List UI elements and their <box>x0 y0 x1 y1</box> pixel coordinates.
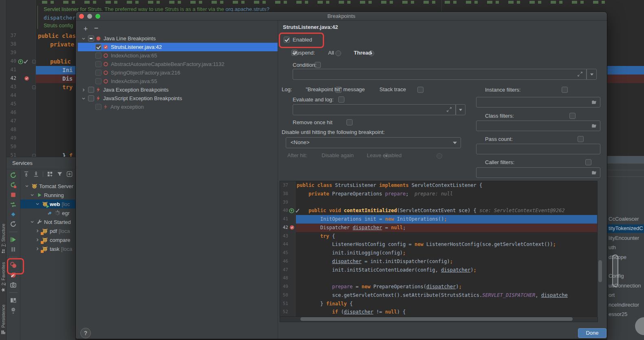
remove-once-checkbox[interactable] <box>346 119 353 125</box>
preview-gutter-line[interactable]: 50 <box>280 291 296 300</box>
right-panel-scrollbar[interactable] <box>612 254 618 287</box>
preview-horizontal-scrollbar[interactable] <box>280 317 598 322</box>
background-list-item[interactable]: ort <box>607 291 644 300</box>
rerun-debug-button[interactable] <box>10 182 17 189</box>
chevron-right-icon[interactable] <box>35 228 40 233</box>
leave-enabled-radio[interactable] <box>437 153 442 159</box>
fold-marker-icon[interactable]: - <box>32 60 36 64</box>
background-list-item[interactable]: CcCoalescer <box>607 215 644 224</box>
services-tree-item[interactable]: Tomcat Server <box>20 182 75 191</box>
chevron-right-icon[interactable] <box>35 237 40 242</box>
group-tabs-button[interactable] <box>47 171 53 177</box>
chevron-down-icon[interactable] <box>30 193 35 197</box>
breakpoint-checkbox[interactable] <box>95 70 101 76</box>
preview-gutter-line[interactable]: 44 <box>280 240 296 249</box>
preview-code-line[interactable]: public void contextInitialized(ServletCo… <box>296 206 597 215</box>
preview-gutter-line[interactable]: 38 <box>280 190 296 198</box>
pass-count-input[interactable] <box>476 144 600 154</box>
editor-comment-line2[interactable]: dispatcher <box>44 15 75 21</box>
breakpoint-checkbox[interactable] <box>95 61 101 67</box>
remove-breakpoint-button[interactable]: − <box>92 24 100 32</box>
pause-button[interactable] <box>10 246 17 253</box>
breakpoint-tree-item[interactable]: AbstractAutowireCapableBeanFactory.java:… <box>78 60 278 68</box>
preview-gutter-line[interactable]: 51 <box>280 300 296 308</box>
folder-icon[interactable] <box>591 123 597 130</box>
evaluate-log-input[interactable] <box>293 104 456 115</box>
breakpoint-tree-item[interactable]: IndexAction.java:55 <box>78 77 278 86</box>
preview-code-line[interactable]: ListenerHostConfig config = new Listener… <box>296 240 597 249</box>
disable-until-combobox[interactable]: <None> <box>286 137 461 148</box>
preview-gutter-line[interactable]: 41 <box>280 215 296 224</box>
filter-button[interactable] <box>57 171 63 177</box>
chevron-down-icon[interactable] <box>81 36 86 41</box>
breakpoint-checkbox[interactable] <box>95 104 101 110</box>
breakpoint-tree-item[interactable]: IndexAction.java:65 <box>78 51 278 60</box>
chevron-down-icon[interactable] <box>24 184 30 189</box>
editor-code-line[interactable]: public <box>50 57 71 66</box>
editor-code-line[interactable]: Dis <box>62 75 73 83</box>
expand-editor-icon[interactable] <box>446 107 452 114</box>
tool-window-button----favorites[interactable]: 2: Favorites <box>1 262 6 292</box>
suspend-all-radio[interactable] <box>335 50 341 56</box>
rerun-button[interactable] <box>10 172 17 179</box>
preview-code-line[interactable]: if (dispatcher != null) { <box>296 308 597 316</box>
pass-count-checkbox[interactable] <box>578 136 584 142</box>
add-service-button[interactable] <box>66 171 73 177</box>
services-tree-item[interactable]: Not Started <box>20 217 75 226</box>
add-breakpoint-button[interactable]: + <box>82 25 90 33</box>
tool-window-button-persistence[interactable]: Persistence <box>1 305 6 335</box>
editor-code-line[interactable]: public clas <box>38 32 76 40</box>
breakpoint-code-preview[interactable]: 3738394041424344454647484950515253 publi… <box>280 181 598 317</box>
expand-editor-icon[interactable] <box>577 71 583 79</box>
preview-code-line[interactable]: dispatcher = init.initDispatcher(config)… <box>296 257 597 266</box>
bp-check-icon[interactable] <box>289 225 295 230</box>
scrollbar-thumb[interactable] <box>300 317 573 321</box>
chevron-down-icon[interactable] <box>81 96 86 101</box>
folder-icon[interactable] <box>591 170 597 177</box>
preview-gutter-line[interactable]: 37 <box>280 181 296 190</box>
preview-code-line[interactable]: Dispatcher dispatcher = null; <box>296 224 597 232</box>
background-list-item[interactable]: lityEncounter <box>607 234 644 243</box>
deploy-button[interactable] <box>10 211 17 218</box>
settings-button[interactable] <box>10 307 17 314</box>
layout-button[interactable] <box>10 297 17 304</box>
editor-code-line[interactable]: try <box>62 83 73 92</box>
services-tree-item[interactable]: web [loc <box>20 200 75 208</box>
chevron-down-icon[interactable] <box>35 202 40 206</box>
breakpoint-tree-item[interactable]: SpringObjectFactory.java:216 <box>78 68 278 77</box>
preview-code-line[interactable]: init.initStaticContentLoader(config, dis… <box>296 266 597 274</box>
preview-gutter-line[interactable]: 52 <box>280 308 296 316</box>
breakpoint-tree-item[interactable]: JavaScript Exception Breakpoints <box>78 94 278 103</box>
class-filters-input[interactable] <box>476 121 600 131</box>
chevron-down-icon[interactable] <box>30 219 35 224</box>
preview-code-line[interactable]: public class StrutsListener implements S… <box>296 181 597 190</box>
background-list-item[interactable]: uth <box>607 243 644 252</box>
breakpoint-checkbox[interactable] <box>88 95 94 101</box>
preview-code-line[interactable]: InitOperations init = new InitOperations… <box>296 215 597 224</box>
breakpoint-checkbox[interactable] <box>95 53 101 59</box>
tool-window-button----structure[interactable]: 7: Structure <box>1 224 6 253</box>
folder-icon[interactable] <box>591 99 597 107</box>
refresh-button[interactable] <box>10 221 17 228</box>
scrollbar-thumb[interactable] <box>598 260 602 282</box>
resume-button[interactable] <box>10 236 17 243</box>
instance-filters-checkbox[interactable] <box>562 87 568 93</box>
preview-gutter-line[interactable]: 40 <box>280 206 296 215</box>
preview-gutter-line[interactable]: 42 <box>280 224 296 232</box>
preview-gutter-line[interactable]: 45 <box>280 249 296 257</box>
condition-input[interactable] <box>293 69 587 80</box>
instance-filters-input[interactable] <box>476 97 600 107</box>
services-tree-item[interactable]: Running <box>20 191 75 200</box>
stop-button[interactable] <box>10 191 17 198</box>
editor-code-line[interactable]: Ini <box>62 66 73 75</box>
preview-code-line[interactable]: try { <box>296 232 597 241</box>
swap-button[interactable] <box>10 201 17 208</box>
fold-marker-icon[interactable]: - <box>32 86 36 89</box>
bp-check-icon[interactable] <box>24 76 29 81</box>
breakpoint-checkbox[interactable] <box>95 44 101 50</box>
background-list-item[interactable]: essor25 <box>607 310 644 319</box>
breakpoint-tree-item[interactable]: Java Line Breakpoints <box>78 34 278 43</box>
preview-code-line[interactable]: } finally { <box>296 300 597 308</box>
background-list-item[interactable]: tityTokenizedC <box>607 224 644 233</box>
class-filters-checkbox[interactable] <box>569 113 576 119</box>
